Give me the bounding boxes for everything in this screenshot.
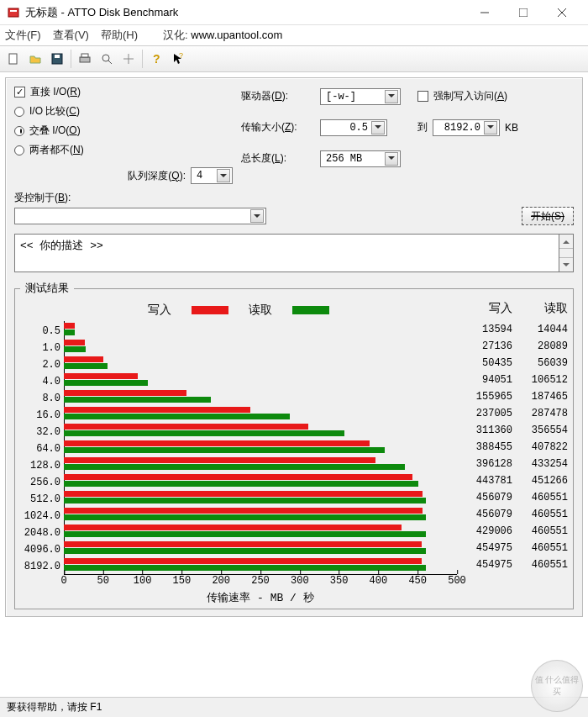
controlled-by-select[interactable] [14, 208, 266, 224]
start-button[interactable]: 开始(S) [522, 207, 574, 225]
bar-row [64, 456, 457, 472]
svg-rect-10 [81, 54, 88, 57]
y-tick: 16.0 [20, 407, 64, 424]
save-icon[interactable] [47, 49, 67, 69]
toolbar-divider [142, 50, 143, 68]
total-length-row: 总长度(L): 256 MB [241, 150, 409, 167]
write-value: 50435 [457, 355, 512, 372]
x-tick: 450 [408, 575, 427, 587]
neither-radio[interactable]: 两者都不(N) [14, 143, 233, 157]
title-bar: 无标题 - ATTO Disk Benchmark [0, 0, 588, 25]
menu-bar: 文件(F) 查看(V) 帮助(H) 汉化: www.upantool.com [0, 25, 588, 45]
y-tick: 8192.0 [20, 558, 64, 575]
write-bar [64, 508, 423, 514]
chevron-down-icon [385, 90, 398, 103]
value-row: 396128433254 [457, 456, 568, 472]
io-compare-radio[interactable]: I/O 比较(C) [14, 104, 233, 119]
new-icon[interactable] [3, 49, 24, 69]
direct-io-checkbox[interactable]: 直接 I/O(R) [14, 85, 233, 99]
write-bar [64, 340, 85, 345]
radio-icon [14, 126, 24, 136]
read-bar [64, 430, 344, 436]
y-tick: 256.0 [20, 474, 64, 491]
toolbar-divider [71, 50, 71, 68]
close-button[interactable] [543, 0, 581, 25]
read-value: 56039 [512, 355, 568, 372]
write-value: 155965 [457, 388, 512, 405]
write-bar [64, 440, 370, 446]
chevron-down-icon [217, 169, 230, 182]
write-bar [64, 525, 402, 530]
write-value: 388455 [457, 439, 512, 456]
value-table: 1359414044271362808950435560399405110651… [457, 321, 568, 575]
queue-depth-select[interactable]: 4 [191, 167, 233, 184]
value-row: 454975460551 [457, 540, 568, 556]
chevron-down-icon [385, 152, 398, 166]
x-tick: 50 [97, 575, 109, 587]
checkbox-icon [14, 87, 25, 98]
write-value: 443781 [457, 472, 512, 489]
read-value: 433254 [512, 456, 568, 472]
drive-select[interactable]: [-w-] [320, 88, 401, 105]
svg-rect-0 [8, 8, 18, 17]
write-bar [64, 407, 250, 413]
write-bar [64, 390, 186, 396]
read-value: 28089 [512, 338, 568, 355]
read-bar [64, 481, 418, 487]
results-title: 测试结果 [20, 281, 74, 296]
chevron-down-icon [371, 121, 385, 134]
scrollbar[interactable] [559, 234, 574, 272]
y-axis-labels: 0.51.02.04.08.016.032.064.0128.0256.0512… [20, 321, 64, 575]
scroll-up-icon[interactable] [559, 235, 573, 249]
maximize-button[interactable] [504, 0, 543, 25]
translator-link[interactable]: www.upantool.com [191, 29, 282, 41]
preview-icon[interactable] [97, 49, 117, 69]
read-bar [64, 464, 405, 470]
menu-file[interactable]: 文件(F) [5, 28, 41, 43]
bar-row [64, 422, 457, 439]
read-value: 451266 [512, 472, 568, 489]
svg-rect-9 [80, 57, 90, 62]
write-value: 429006 [457, 523, 512, 540]
transfer-from-select[interactable]: 0.5 [320, 119, 387, 136]
description-input[interactable]: << 你的描述 >> [14, 234, 559, 272]
chevron-down-icon [250, 209, 264, 223]
read-bar [64, 363, 108, 369]
value-row: 456079460551 [457, 506, 568, 523]
read-value: 460551 [512, 506, 568, 523]
value-row: 1359414044 [457, 321, 568, 338]
open-icon[interactable] [25, 49, 45, 69]
transfer-to-select[interactable]: 8192.0 [433, 119, 500, 136]
write-value: 396128 [457, 456, 512, 472]
value-row: 388455407822 [457, 439, 568, 456]
svg-rect-8 [55, 55, 60, 58]
value-row: 5043556039 [457, 355, 568, 372]
minimize-button[interactable] [465, 0, 504, 25]
read-value: 460551 [512, 540, 568, 556]
help-icon[interactable]: ? [146, 49, 166, 69]
drive-label: 驱动器(D): [241, 89, 315, 103]
status-text: 要获得帮助，请按 F1 [7, 700, 102, 714]
kb-label: KB [505, 122, 518, 134]
scroll-down-icon[interactable] [559, 257, 573, 272]
svg-rect-6 [9, 54, 17, 64]
menu-help[interactable]: 帮助(H) [101, 28, 138, 43]
menu-view[interactable]: 查看(V) [53, 28, 89, 43]
value-row: 2713628089 [457, 338, 568, 355]
bar-row [64, 338, 457, 355]
bar-row [64, 321, 457, 338]
write-value: 94051 [457, 372, 512, 388]
whatsthis-icon[interactable]: ? [168, 49, 188, 69]
total-length-select[interactable]: 256 MB [320, 150, 401, 167]
results-group: 测试结果 写入 读取 写入 读取 0.51.02.04.08.016.032.0… [14, 281, 574, 609]
write-value: 237005 [457, 405, 512, 422]
move-icon[interactable] [118, 49, 139, 69]
toolbar: ? ? [0, 45, 588, 72]
value-row: 443781451266 [457, 472, 568, 489]
print-icon[interactable] [75, 49, 95, 69]
value-columns-header: 写入 读取 [457, 301, 568, 319]
read-value: 287478 [512, 405, 568, 422]
read-bar [64, 498, 426, 503]
overlap-io-radio[interactable]: 交叠 I/O(O) [14, 124, 233, 138]
force-write-checkbox[interactable]: 强制写入访问(A) [417, 89, 574, 103]
